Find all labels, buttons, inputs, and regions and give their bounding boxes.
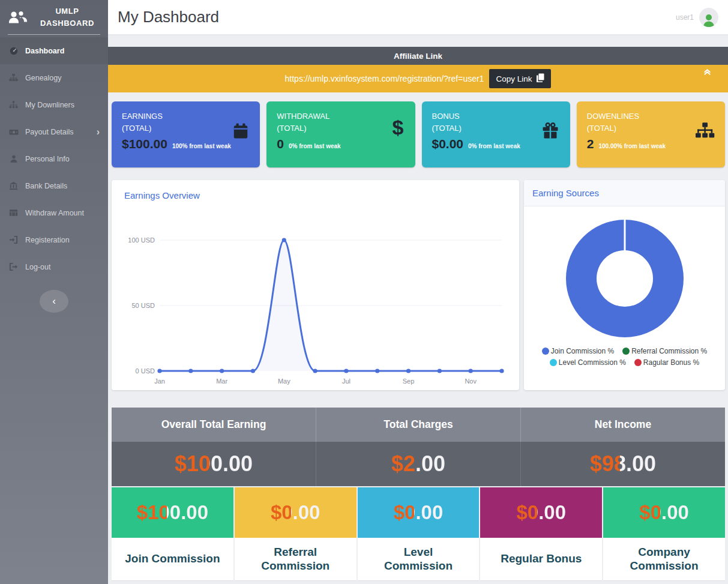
commission-label: Join Commission — [112, 538, 233, 580]
sidebar-item-label: Withdraw Amount — [25, 209, 84, 217]
affiliate-url: https://umlp.vxinfosystem.com/registrati… — [285, 74, 484, 83]
summary-value-overall: $100.00 — [112, 442, 316, 486]
legend-dot — [542, 348, 549, 355]
legend-dot — [550, 359, 557, 366]
earning-sources-chart[interactable] — [566, 220, 684, 337]
commission-amount: $0.00 — [394, 501, 444, 524]
sidebar-item-label: Personal Info — [25, 155, 70, 163]
svg-text:Mar: Mar — [216, 378, 227, 385]
sidebar-collapse-button[interactable]: ‹ — [40, 290, 68, 313]
collapse-panel-icon[interactable] — [703, 68, 711, 76]
commission-value-block: $0.00 — [480, 487, 602, 538]
stat-value: $0.00 — [432, 137, 464, 151]
summary-amount: $2.00 — [391, 451, 445, 477]
commission-label: Regular Bonus — [480, 538, 602, 580]
divider — [8, 34, 100, 35]
svg-text:Jan: Jan — [154, 378, 165, 385]
sidebar-item-label: My Downliners — [25, 101, 74, 109]
commission-card-company: $0.00 Company Commission — [603, 487, 725, 581]
sidebar-item-label: Dashboard — [25, 47, 64, 55]
stat-value: $100.00 — [122, 137, 167, 151]
legend-dot — [622, 348, 630, 355]
chart-legend: Join Commission % Referral Commission % … — [524, 347, 725, 367]
summary-value-charges: $2.00 — [316, 442, 521, 486]
sidebar-item-log-out[interactable]: Log-out — [0, 253, 108, 280]
legend-label: Ragular Bonus % — [643, 358, 699, 367]
summary-value-row: $100.00 $2.00 $98.00 — [112, 442, 725, 486]
legend-item-ragular-bonus[interactable]: Ragular Bonus % — [634, 358, 699, 367]
stat-cards: EARNINGS(TOTAL) $100.00 100% from last w… — [108, 92, 728, 167]
summary-value-net: $98.00 — [521, 442, 725, 486]
stat-card-earnings: EARNINGS(TOTAL) $100.00 100% from last w… — [112, 101, 260, 167]
stat-card-withdrawal: WITHDRAWAL(TOTAL) 0 0% from last weak $ — [266, 101, 415, 167]
sidebar-item-label: Genealogy — [25, 74, 61, 82]
svg-text:0 USD: 0 USD — [136, 367, 155, 375]
sidebar-nav: Dashboard Genealogy My Downliners Payout… — [0, 37, 108, 280]
sidebar-item-my-downliners[interactable]: My Downliners — [0, 91, 108, 118]
summary-header-overall: Overall Total Earning — [112, 408, 316, 442]
commission-value-block: $100.00 — [112, 487, 233, 538]
sidebar-item-personal-info[interactable]: Personal Info — [0, 145, 108, 172]
copy-link-button[interactable]: Copy Link — [489, 69, 551, 88]
sidebar-item-genealogy[interactable]: Genealogy — [0, 64, 108, 91]
sidebar-item-bank-details[interactable]: Bank Details — [0, 172, 108, 199]
affiliate-link-bar: https://umlp.vxinfosystem.com/registrati… — [108, 65, 728, 92]
sidebar-item-label: Payout Details — [25, 128, 74, 136]
earnings-overview-chart[interactable]: 0 USD50 USD100 USDJanMarMayJulSepNov — [119, 200, 512, 388]
brand-title: UMLP DASHBOARD — [34, 5, 101, 29]
summary-amount: $100.00 — [175, 451, 253, 477]
charts-row: Earnings Overview 0 USD50 USD100 USDJanM… — [108, 167, 728, 390]
sidebar-item-label: Registeration — [25, 236, 70, 244]
sidebar-item-registeration[interactable]: Registeration — [0, 226, 108, 253]
table-icon — [8, 208, 19, 217]
earnings-overview-title: Earnings Overview — [119, 190, 512, 200]
legend-item-referral-commission[interactable]: Referral Commission % — [622, 347, 707, 355]
summary-header-net: Net Income — [521, 408, 725, 442]
legend-item-level-commission[interactable]: Level Commission % — [550, 358, 626, 367]
users-icon — [7, 10, 29, 25]
commission-card-referral: $0.00 Referral Commission — [235, 487, 356, 581]
doughnut-segment-gap — [624, 220, 625, 251]
main-content: My Dashboard user1 Affiliate Link https:… — [108, 0, 728, 584]
summary-header-charges: Total Charges — [316, 408, 521, 442]
summary-table: Overall Total Earning Total Charges Net … — [112, 408, 725, 486]
sidebar-item-payout-details[interactable]: Payout Details › — [0, 118, 108, 145]
sign-out-icon — [8, 262, 19, 271]
svg-text:$: $ — [392, 116, 403, 139]
commission-amount: $0.00 — [516, 501, 566, 524]
commission-amount: $100.00 — [137, 501, 208, 524]
gauge-icon — [8, 46, 19, 56]
stat-title: EARNINGS(TOTAL) — [122, 110, 250, 134]
username: user1 — [676, 13, 694, 22]
earning-sources-title: Earning Sources — [524, 180, 725, 206]
summary-header-row: Overall Total Earning Total Charges Net … — [112, 408, 725, 442]
stat-value: 0 — [277, 137, 284, 151]
sidebar-item-dashboard[interactable]: Dashboard — [0, 37, 108, 64]
sidebar-item-label: Bank Details — [25, 182, 67, 190]
commission-value-block: $0.00 — [358, 487, 480, 538]
affiliate-link-header: Affiliate Link — [108, 47, 728, 65]
stat-value: 2 — [587, 137, 594, 151]
svg-text:May: May — [278, 378, 290, 385]
chevron-left-icon: ‹ — [52, 295, 56, 307]
legend-item-join-commission[interactable]: Join Commission % — [542, 347, 614, 355]
commission-card-regular-bonus: $0.00 Regular Bonus — [480, 487, 602, 581]
summary-amount: $98.00 — [590, 451, 656, 477]
stat-note: 100.00% from last weak — [598, 143, 666, 149]
sitemap-icon — [8, 73, 19, 82]
user-menu[interactable]: user1 — [676, 8, 718, 27]
legend-dot — [634, 359, 642, 366]
copy-icon — [536, 73, 544, 84]
svg-text:Nov: Nov — [465, 378, 477, 385]
legend-label: Referral Commission % — [631, 347, 707, 355]
sidebar-item-withdraw-amount[interactable]: Withdraw Amount — [0, 199, 108, 226]
commission-cards: $100.00 Join Commission $0.00 Referral C… — [112, 487, 725, 581]
earning-sources-card: Earning Sources Join Commission % Referr… — [524, 180, 725, 390]
dollar-icon: $ — [391, 116, 405, 140]
avatar[interactable] — [699, 8, 718, 27]
commission-value-block: $0.00 — [235, 487, 356, 538]
sidebar-item-label: Log-out — [25, 263, 50, 271]
svg-text:50 USD: 50 USD — [131, 302, 155, 309]
commission-label: Referral Commission — [235, 538, 356, 580]
commission-label: Level Commission — [358, 538, 480, 580]
